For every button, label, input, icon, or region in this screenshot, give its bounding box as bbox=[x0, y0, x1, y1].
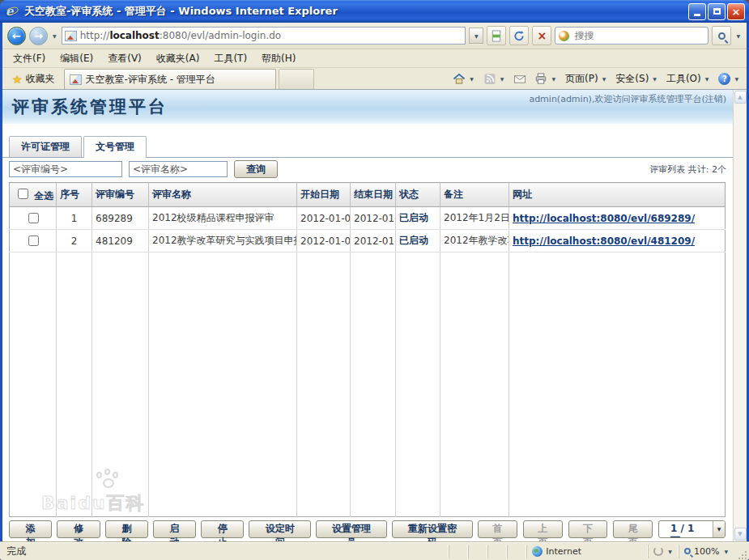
title-bar: e 天空教室-评审系统 - 管理平台 - Windows Internet Ex… bbox=[0, 0, 749, 23]
stop-button[interactable]: × bbox=[532, 26, 551, 45]
print-button[interactable]: ▼ bbox=[531, 71, 560, 87]
security-zone: Internet bbox=[526, 545, 648, 558]
table-header-row: 全选 序号 评审编号 评审名称 开始日期 结束日期 状态 备注 网址 bbox=[10, 183, 726, 207]
protected-mode-button[interactable]: ▼ bbox=[648, 545, 679, 558]
menu-edit[interactable]: 编辑(E) bbox=[53, 49, 100, 68]
cell-status: 已启动 bbox=[396, 230, 440, 252]
logout-link[interactable]: (注销) bbox=[701, 94, 726, 104]
menu-tools[interactable]: 工具(T) bbox=[206, 49, 254, 68]
menu-bar: 文件(F) 编辑(E) 查看(V) 收藏夹(A) 工具(T) 帮助(H) bbox=[2, 49, 747, 68]
first-page-button[interactable]: 首页 bbox=[478, 520, 517, 538]
set-admin-button[interactable]: 设置管理员 bbox=[316, 520, 387, 538]
compatibility-view-button[interactable] bbox=[487, 26, 506, 45]
review-code-input[interactable] bbox=[9, 161, 122, 177]
back-button[interactable]: ← bbox=[7, 27, 26, 45]
select-all-checkbox[interactable] bbox=[18, 189, 28, 199]
tab-document-management[interactable]: 文号管理 bbox=[83, 136, 147, 158]
page-menu-button[interactable]: 页面(P) ▼ bbox=[562, 70, 611, 87]
vertical-scrollbar[interactable]: ▲ ▼ bbox=[733, 90, 747, 541]
row-checkbox[interactable] bbox=[28, 235, 39, 246]
cell-status: 已启动 bbox=[396, 207, 440, 230]
page-tab[interactable]: 天空教室-评审系统 - 管理平台 bbox=[64, 69, 276, 89]
favorites-bar: ★ 收藏夹 天空教室-评审系统 - 管理平台 ▼ ▼ ▼ 页面(P) ▼ bbox=[2, 68, 747, 90]
security-menu-button[interactable]: 安全(S) ▼ bbox=[612, 70, 662, 87]
minimize-icon bbox=[694, 14, 700, 16]
close-button[interactable]: × bbox=[727, 3, 745, 20]
header-seq: 序号 bbox=[57, 183, 92, 207]
tools-menu-button[interactable]: 工具(O) ▼ bbox=[663, 70, 713, 87]
read-mail-button[interactable] bbox=[510, 71, 530, 87]
page-indicator: 1 / 1页 bbox=[659, 521, 713, 537]
menu-help[interactable]: 帮助(H) bbox=[254, 49, 303, 68]
web-search-input[interactable] bbox=[572, 29, 704, 42]
next-page-button[interactable]: 下页 bbox=[568, 520, 608, 538]
review-url-link[interactable]: http://localhost:8080/evl/689289/ bbox=[513, 213, 695, 224]
forward-button[interactable]: → bbox=[29, 27, 48, 45]
page-select-dropdown-icon[interactable]: ▼ bbox=[713, 521, 725, 537]
resize-grip[interactable] bbox=[738, 550, 747, 560]
review-url-link[interactable]: http://localhost:8080/evl/481209/ bbox=[513, 235, 695, 247]
stop-review-button[interactable]: 停止 bbox=[201, 520, 244, 538]
url-text: http://localhost:8080/evl/admin-login.do bbox=[80, 30, 282, 41]
modify-button[interactable]: 修改 bbox=[57, 520, 100, 538]
start-button[interactable]: 启动 bbox=[153, 520, 196, 538]
address-bar[interactable]: http://localhost:8080/evl/admin-login.do bbox=[62, 27, 466, 45]
scroll-down-button[interactable]: ▼ bbox=[734, 528, 747, 541]
status-bar: 完成 Internet ▼ 100% ▼ bbox=[0, 541, 749, 560]
table-row: 1 689289 2012校级精品课程申报评审 2012-01-02 2012-… bbox=[10, 207, 726, 230]
tab-license-management[interactable]: 许可证管理 bbox=[9, 136, 82, 157]
delete-button[interactable]: 删除 bbox=[105, 520, 148, 538]
add-button[interactable]: 添加 bbox=[9, 520, 52, 538]
globe-icon bbox=[532, 546, 543, 557]
new-tab-button[interactable] bbox=[279, 69, 314, 89]
search-options-dropdown-icon[interactable]: ▼ bbox=[734, 33, 742, 39]
set-time-button[interactable]: 设定时间 bbox=[249, 520, 311, 538]
cell-name: 2012校级精品课程申报评审 bbox=[149, 207, 297, 230]
scroll-up-button[interactable]: ▲ bbox=[734, 91, 747, 104]
review-table-wrap: 全选 序号 评审编号 评审名称 开始日期 结束日期 状态 备注 网址 bbox=[9, 182, 726, 517]
list-summary: 评审列表 共计: 2个 bbox=[649, 163, 728, 176]
empty-rows-area bbox=[10, 252, 726, 517]
prev-page-button[interactable]: 上页 bbox=[523, 520, 563, 538]
home-icon bbox=[453, 73, 466, 85]
review-name-input[interactable] bbox=[129, 161, 228, 177]
cell-name: 2012教学改革研究与实践项目申报 bbox=[149, 230, 297, 252]
tab-title: 天空教室-评审系统 - 管理平台 bbox=[86, 73, 215, 87]
header-review-name: 评审名称 bbox=[149, 183, 297, 207]
header-url: 网址 bbox=[509, 183, 726, 207]
cell-start: 2012-01-02 bbox=[297, 207, 351, 230]
reset-password-button[interactable]: 重新设置密码 bbox=[392, 520, 473, 538]
zoom-control[interactable]: 100% ▼ bbox=[679, 545, 734, 558]
chevron-down-icon: ▼ bbox=[473, 33, 480, 39]
welcome-message: admin(admin),欢迎访问评审系统管理平台(注销) bbox=[529, 93, 726, 105]
action-bar: 添加 修改 删除 启动 停止 设定时间 设置管理员 重新设置密码 首页 上页 下… bbox=[2, 517, 733, 541]
cell-seq: 2 bbox=[57, 230, 92, 252]
forward-icon: → bbox=[34, 30, 43, 42]
restore-button[interactable] bbox=[708, 3, 726, 20]
page-content: 评审系统管理平台 admin(admin),欢迎访问评审系统管理平台(注销) 许… bbox=[2, 90, 747, 541]
favorites-button[interactable]: ★ 收藏夹 bbox=[6, 69, 62, 89]
menu-file[interactable]: 文件(F) bbox=[6, 49, 53, 68]
menu-favorites[interactable]: 收藏夹(A) bbox=[149, 49, 207, 68]
help-button[interactable]: ? ▼ bbox=[715, 71, 743, 87]
last-page-button[interactable]: 尾页 bbox=[613, 520, 653, 538]
history-dropdown-icon[interactable]: ▼ bbox=[51, 33, 58, 39]
chevron-down-icon: ▼ bbox=[468, 76, 475, 82]
menu-view[interactable]: 查看(V) bbox=[100, 49, 149, 68]
home-button[interactable]: ▼ bbox=[449, 71, 479, 87]
refresh-button[interactable] bbox=[509, 26, 529, 45]
page-select[interactable]: 1 / 1页 ▼ bbox=[658, 520, 726, 538]
feeds-button[interactable]: ▼ bbox=[480, 71, 509, 87]
minimize-button[interactable] bbox=[688, 3, 706, 20]
row-checkbox[interactable] bbox=[28, 213, 39, 223]
search-go-button[interactable] bbox=[712, 26, 731, 45]
cell-note: 2012年教学改革研 bbox=[440, 230, 509, 252]
module-tabs: 许可证管理 文号管理 bbox=[2, 137, 733, 158]
favorites-label: 收藏夹 bbox=[26, 72, 55, 86]
site-favicon-icon bbox=[65, 31, 77, 41]
search-row: 查询 评审列表 共计: 2个 bbox=[2, 158, 733, 180]
header-status: 状态 bbox=[396, 183, 440, 207]
status-text: 完成 bbox=[6, 545, 449, 558]
address-dropdown-button[interactable]: ▼ bbox=[469, 28, 483, 44]
query-button[interactable]: 查询 bbox=[234, 160, 278, 178]
